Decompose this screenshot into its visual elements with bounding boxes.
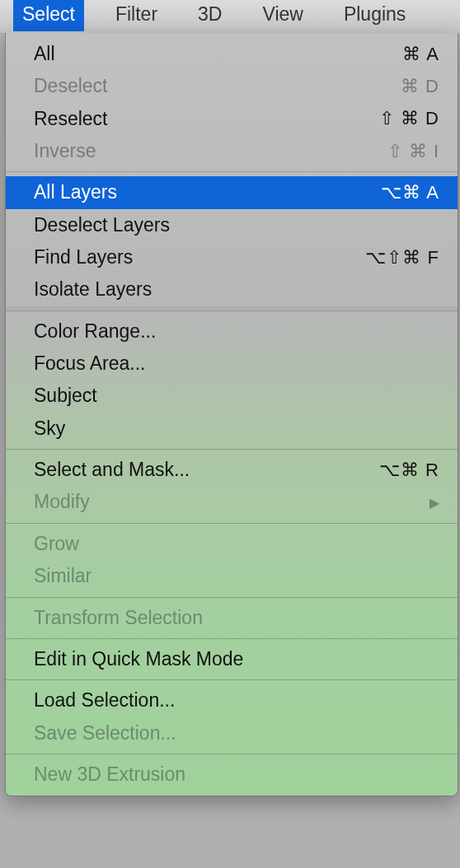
- menu-item-label: Deselect Layers: [34, 212, 170, 239]
- separator: [6, 310, 458, 311]
- menu-item-save-selection: Save Selection...: [6, 717, 458, 749]
- menu-item-isolate-layers[interactable]: Isolate Layers: [6, 273, 458, 306]
- menu-item-shortcut: ⌥⇧⌘ F: [365, 245, 439, 271]
- menu-item-label: Subject: [34, 382, 97, 409]
- separator: [6, 638, 458, 639]
- menu-item-shortcut: ⌘ A: [402, 41, 439, 68]
- menu-item-find-layers[interactable]: Find Layers ⌥⇧⌘ F: [6, 241, 458, 273]
- menu-item-label: Load Selection...: [34, 687, 175, 714]
- menu-item-label: Edit in Quick Mask Mode: [34, 646, 243, 673]
- menu-item-label: Deselect: [34, 72, 107, 100]
- menu-item-inverse: Inverse ⇧ ⌘ I: [6, 135, 458, 167]
- menu-item-modify: Modify ▶: [6, 486, 458, 518]
- menu-item-shortcut: ⌘ D: [401, 73, 439, 100]
- menu-item-similar: Similar: [6, 560, 458, 592]
- menu-select[interactable]: Select: [13, 0, 84, 31]
- menu-item-shortcut: ⌥⌘ R: [379, 457, 439, 483]
- separator: [6, 597, 458, 598]
- menu-item-label: Color Range...: [34, 318, 156, 345]
- separator: [6, 449, 458, 450]
- menu-item-label: All Layers: [34, 179, 117, 206]
- menu-filter[interactable]: Filter: [106, 0, 167, 31]
- menu-item-all[interactable]: All ⌘ A: [6, 38, 458, 70]
- menu-item-subject[interactable]: Subject: [6, 380, 458, 412]
- separator: [6, 679, 458, 680]
- menu-item-label: Reselect: [34, 105, 107, 133]
- menu-bar: Select Filter 3D View Plugins: [0, 0, 460, 33]
- menu-item-label: Transform Selection: [34, 604, 203, 632]
- menu-item-load-selection[interactable]: Load Selection...: [6, 684, 458, 716]
- menu-item-label: Inverse: [34, 138, 96, 165]
- menu-item-label: Save Selection...: [34, 720, 176, 747]
- menu-item-sky[interactable]: Sky: [6, 413, 458, 445]
- separator: [6, 754, 458, 754]
- menu-item-shortcut: ⇧ ⌘ D: [379, 105, 439, 132]
- menu-view[interactable]: View: [253, 0, 312, 31]
- menu-item-deselect: Deselect ⌘ D: [6, 70, 458, 102]
- menu-item-label: Find Layers: [34, 244, 133, 271]
- menu-item-label: New 3D Extrusion: [34, 761, 185, 788]
- separator: [6, 523, 458, 524]
- menu-item-label: Similar: [34, 562, 92, 590]
- menu-item-focus-area[interactable]: Focus Area...: [6, 348, 458, 380]
- menu-item-label: Modify: [34, 488, 90, 516]
- menu-item-label: Sky: [34, 415, 65, 442]
- select-dropdown: All ⌘ A Deselect ⌘ D Reselect ⇧ ⌘ D Inve…: [5, 33, 458, 796]
- menu-item-new-3d-extrusion: New 3D Extrusion: [6, 758, 458, 791]
- menu-item-reselect[interactable]: Reselect ⇧ ⌘ D: [6, 103, 458, 135]
- menu-item-color-range[interactable]: Color Range...: [6, 315, 458, 348]
- menu-item-label: Select and Mask...: [34, 456, 190, 483]
- menu-3d[interactable]: 3D: [189, 0, 231, 31]
- menu-item-shortcut: ⌥⌘ A: [381, 180, 439, 206]
- menu-item-label: All: [34, 40, 55, 68]
- menu-item-shortcut: ⇧ ⌘ I: [387, 138, 439, 165]
- menu-item-grow: Grow: [6, 528, 458, 560]
- menu-item-select-and-mask[interactable]: Select and Mask... ⌥⌘ R: [6, 454, 458, 486]
- separator: [6, 171, 458, 172]
- menu-plugins[interactable]: Plugins: [335, 0, 415, 31]
- submenu-arrow-icon: ▶: [429, 493, 439, 512]
- menu-item-label: Grow: [34, 530, 79, 558]
- menu-item-label: Isolate Layers: [34, 276, 152, 303]
- menu-item-all-layers[interactable]: All Layers ⌥⌘ A: [6, 176, 458, 208]
- menu-item-label: Focus Area...: [34, 350, 146, 377]
- menu-item-deselect-layers[interactable]: Deselect Layers: [6, 209, 458, 241]
- menu-item-edit-quick-mask[interactable]: Edit in Quick Mask Mode: [6, 643, 458, 675]
- menu-item-transform-selection: Transform Selection: [6, 602, 458, 634]
